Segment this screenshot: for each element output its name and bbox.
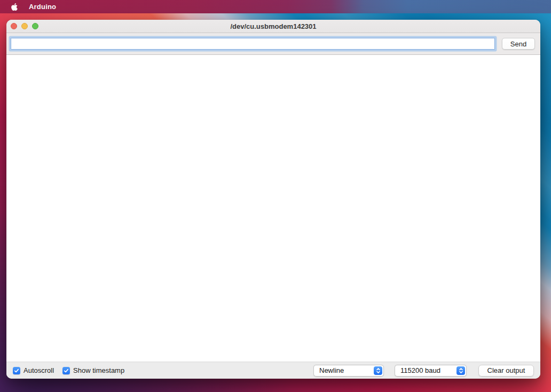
baud-rate-value: 115200 baud (400, 366, 456, 374)
status-bar: Autoscroll Show timestamp Newline 115200… (6, 362, 540, 379)
close-button[interactable] (11, 23, 17, 29)
send-toolbar: Send (6, 33, 540, 55)
serial-monitor-window: /dev/cu.usbmodem142301 Send Autoscroll S… (6, 20, 540, 379)
apple-menu-icon[interactable] (11, 2, 19, 11)
menu-app-name[interactable]: Arduino (29, 3, 56, 11)
traffic-lights (11, 20, 38, 33)
serial-send-input[interactable] (11, 38, 495, 50)
up-down-stepper-icon (456, 366, 465, 375)
line-ending-select[interactable]: Newline (313, 365, 384, 377)
send-button[interactable]: Send (502, 38, 535, 50)
autoscroll-checkbox[interactable]: Autoscroll (13, 366, 54, 374)
serial-output-area[interactable] (6, 55, 540, 362)
checkbox-check-icon (62, 367, 70, 374)
up-down-stepper-icon (374, 366, 382, 375)
menu-bar: Arduino (0, 0, 551, 13)
checkbox-check-icon (13, 367, 20, 374)
line-ending-value: Newline (319, 366, 374, 374)
clear-output-button[interactable]: Clear output (478, 365, 534, 377)
window-title-bar[interactable]: /dev/cu.usbmodem142301 (6, 20, 540, 33)
baud-rate-select[interactable]: 115200 baud (395, 365, 467, 377)
zoom-button[interactable] (32, 23, 38, 29)
show-timestamp-label: Show timestamp (73, 366, 124, 374)
autoscroll-label: Autoscroll (23, 366, 54, 374)
show-timestamp-checkbox[interactable]: Show timestamp (62, 366, 124, 374)
minimize-button[interactable] (21, 23, 28, 29)
window-title: /dev/cu.usbmodem142301 (230, 22, 316, 30)
